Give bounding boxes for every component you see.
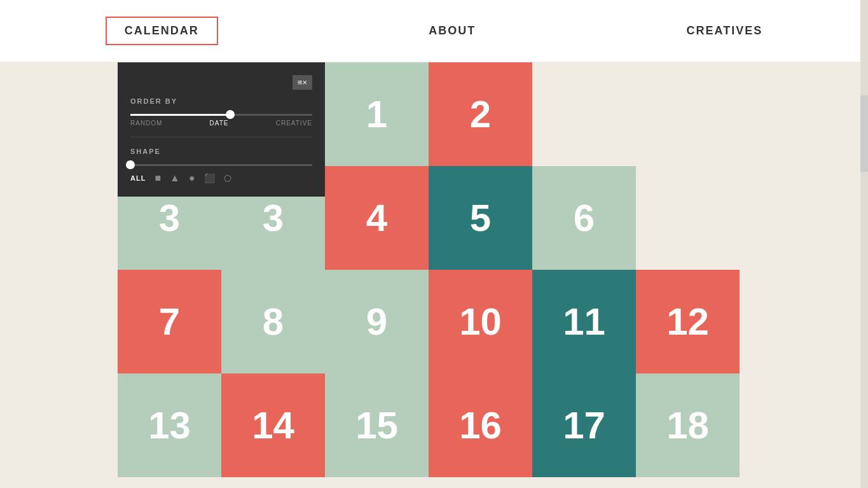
square-shape-icon[interactable]: ■: [155, 172, 161, 184]
day-2-num: 2: [470, 92, 491, 136]
empty-r1c6: [636, 62, 740, 166]
nav-about[interactable]: ABOUT: [429, 24, 476, 38]
shape-label-2: SHAPE: [130, 148, 312, 155]
shape-icons-row-2: ALL ■ ▲ ● ⬛ ⬠: [130, 172, 312, 184]
shape-slider-2: [130, 164, 312, 166]
day-12-num: 12: [666, 300, 709, 344]
shape-thumb[interactable]: [126, 160, 135, 169]
day-7-num: 7: [159, 300, 180, 344]
order-labels: RANDOM DATE CREATIVE: [130, 120, 312, 127]
day-5-num: 5: [470, 196, 491, 240]
day-8-cell[interactable]: 8: [221, 270, 325, 373]
day-14-num: 14: [252, 403, 294, 447]
label-creative-2: CREATIVE: [276, 120, 312, 127]
filter-panel-overlay: ≡× ORDER BY RANDOM DATE CREATIVE SHAPE A…: [118, 62, 325, 197]
pentagon-shape-icon[interactable]: ⬠: [224, 173, 231, 183]
day-15-cell[interactable]: 15: [325, 373, 429, 477]
day-12-cell[interactable]: 12: [636, 270, 740, 373]
day-18-cell[interactable]: 18: [636, 373, 740, 477]
day-17-cell[interactable]: 17: [532, 373, 636, 477]
day-10-cell[interactable]: 10: [429, 270, 532, 373]
day-11-num: 11: [563, 300, 605, 344]
rounded-shape-icon[interactable]: ⬛: [204, 173, 215, 183]
day-11-cell[interactable]: 11: [532, 270, 636, 373]
day-7-cell[interactable]: 7: [118, 270, 221, 373]
day-9-num: 9: [366, 300, 387, 344]
filter-toggle-button[interactable]: ≡×: [293, 75, 312, 90]
nav-creatives[interactable]: CREATIVES: [687, 24, 763, 38]
day-14-cell[interactable]: 14: [221, 373, 325, 477]
all-label: ALL: [130, 174, 146, 182]
scrollbar-thumb[interactable]: [860, 95, 868, 172]
day-5-cell[interactable]: 5: [429, 166, 532, 270]
scrollbar[interactable]: [860, 0, 868, 488]
day-6-num: 6: [574, 196, 595, 240]
day-8-num: 8: [263, 300, 284, 344]
order-by-label-2: ORDER BY: [130, 97, 312, 105]
day-16-num: 16: [459, 403, 502, 447]
day-15-num: 15: [355, 403, 398, 447]
day-10-num: 10: [459, 300, 502, 344]
triangle-shape-icon[interactable]: ▲: [170, 172, 180, 184]
order-fill: [130, 114, 230, 116]
day-17-num: 17: [563, 403, 605, 447]
page-wrapper: ≡× ORDER BY RANDOM DATE CREATIVE SHAPE A…: [0, 62, 868, 488]
day-13-num: 13: [148, 403, 191, 447]
day-6-cell[interactable]: 6: [532, 166, 636, 270]
header: CALENDAR ABOUT CREATIVES: [0, 0, 868, 62]
day-4-cell[interactable]: 4: [325, 166, 429, 270]
day-1-cell[interactable]: 1: [325, 62, 429, 166]
day-13-cell[interactable]: 13: [118, 373, 221, 477]
nav: CALENDAR ABOUT CREATIVES: [0, 17, 868, 45]
order-slider-2: RANDOM DATE CREATIVE: [130, 114, 312, 127]
day-3b-num: 3: [263, 196, 284, 240]
day-1-num: 1: [366, 92, 387, 136]
label-date-2: DATE: [210, 120, 229, 127]
day-3-num: 3: [159, 196, 180, 240]
filter-header-row: ≡×: [130, 75, 312, 90]
empty-r2c6: [636, 166, 740, 270]
nav-calendar[interactable]: CALENDAR: [106, 17, 218, 45]
circle-shape-icon[interactable]: ●: [189, 172, 195, 184]
day-2-cell[interactable]: 2: [429, 62, 532, 166]
day-4-num: 4: [366, 196, 387, 240]
empty-r1c5: [532, 62, 636, 166]
day-9-cell[interactable]: 9: [325, 270, 429, 373]
order-thumb[interactable]: [226, 110, 235, 119]
label-random-2: RANDOM: [130, 120, 162, 127]
day-18-num: 18: [666, 403, 709, 447]
divider: [130, 137, 312, 137]
day-16-cell[interactable]: 16: [429, 373, 532, 477]
